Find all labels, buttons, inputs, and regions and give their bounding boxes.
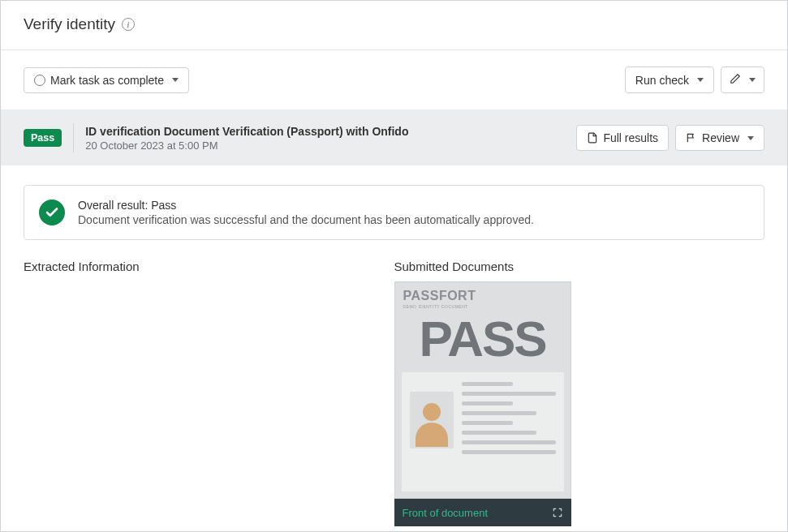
chevron-down-icon <box>747 136 754 140</box>
separator <box>73 123 74 152</box>
overall-result-box: Overall result: Pass Document verificati… <box>24 185 764 240</box>
run-check-button[interactable]: Run check <box>625 66 714 93</box>
page-title: Verify identity <box>24 15 115 33</box>
edit-button[interactable] <box>721 66 764 93</box>
verification-title: ID verification Document Verification (P… <box>85 125 408 138</box>
circle-icon <box>34 75 45 86</box>
document-footer-label: Front of document <box>403 507 489 519</box>
info-icon[interactable]: i <box>122 18 135 31</box>
document-brand: PASSFORT <box>403 289 562 303</box>
extracted-info-heading: Extracted Information <box>24 260 394 273</box>
mark-complete-label: Mark task as complete <box>50 74 164 87</box>
run-check-label: Run check <box>635 74 689 87</box>
flag-icon <box>686 132 697 144</box>
pencil-icon <box>730 73 741 87</box>
check-circle-icon <box>39 200 65 225</box>
document-panel <box>402 372 564 491</box>
overall-result-subtitle: Document verification was successful and… <box>78 213 534 226</box>
document-lines <box>462 380 556 483</box>
document-icon <box>587 132 598 144</box>
full-results-label: Full results <box>603 131 658 144</box>
document-footer: Front of document <box>394 499 571 526</box>
verification-date: 20 October 2023 at 5:00 PM <box>85 139 408 152</box>
mark-complete-button[interactable]: Mark task as complete <box>24 67 189 93</box>
review-button[interactable]: Review <box>675 125 764 151</box>
chevron-down-icon <box>697 78 704 82</box>
overall-result-title: Overall result: Pass <box>78 199 534 212</box>
chevron-down-icon <box>172 78 179 82</box>
document-card: PASSFORT DEMO IDENTITY DOCUMENT PASS <box>394 281 571 526</box>
document-image[interactable]: PASSFORT DEMO IDENTITY DOCUMENT PASS <box>394 281 571 499</box>
document-brand-sub: DEMO IDENTITY DOCUMENT <box>403 304 562 309</box>
full-results-button[interactable]: Full results <box>576 125 669 151</box>
expand-icon[interactable] <box>552 507 563 518</box>
submitted-docs-heading: Submitted Documents <box>394 260 765 273</box>
document-photo <box>410 392 454 448</box>
status-badge: Pass <box>24 129 62 147</box>
document-pass-text: PASS <box>395 314 571 364</box>
chevron-down-icon <box>749 78 756 82</box>
review-label: Review <box>702 131 739 144</box>
